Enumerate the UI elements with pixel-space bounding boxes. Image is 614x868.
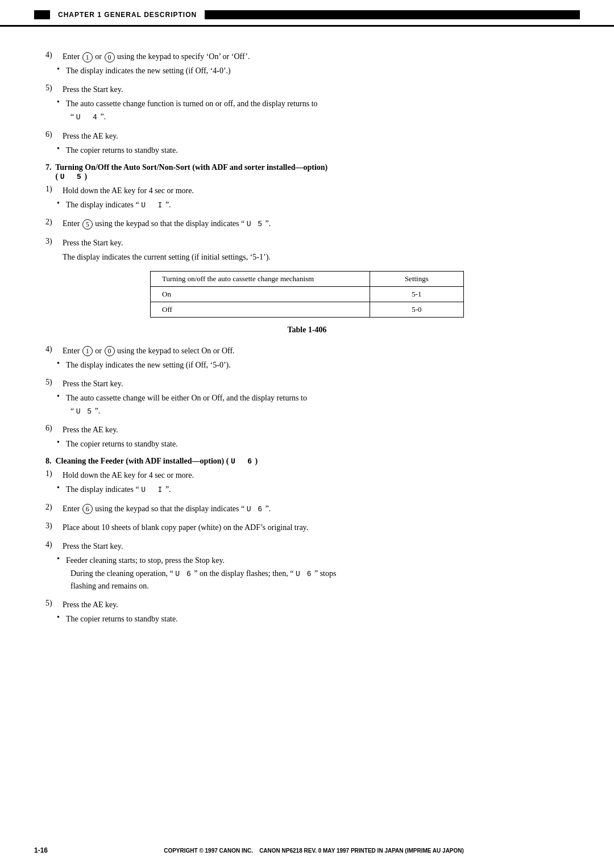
settings-table: Turning on/off the auto cassette change …	[150, 271, 464, 318]
step-4c-content: Press the Start key.	[63, 540, 569, 552]
step-1b: 1) Hold down the AE key for 4 sec or mor…	[45, 185, 569, 197]
step-4c-bullet1-text: Feeder cleaning starts; to stop, press t…	[66, 554, 569, 566]
step-3b: 3) Press the Start key.	[45, 237, 569, 249]
step-3b-desc: The display indicates the current settin…	[63, 251, 569, 263]
step-1c-content: Hold down the AE key for 4 sec or more.	[63, 469, 569, 481]
table-header-col1: Turning on/off the auto cassette change …	[151, 271, 370, 286]
step-5a: 5) Press the Start key.	[45, 84, 569, 95]
bullet-icon: •	[57, 554, 66, 566]
step-1c-bullet-text: The display indicates “ U I ”.	[66, 483, 569, 496]
table-header-col2: Settings	[370, 271, 463, 286]
circle-5: 5	[82, 219, 93, 229]
step-5a-bullet1: • The auto cassette change function is t…	[57, 98, 569, 110]
page: CHAPTER 1 GENERAL DESCRIPTION 4) Enter 1…	[0, 0, 614, 868]
step-5b-bullet1-text: The auto cassette change will be either …	[66, 392, 569, 404]
table-row: On 5-1	[151, 286, 464, 302]
bullet-icon: •	[57, 144, 66, 156]
step-4a-content: Enter 1 or 0 using the keypad to specify…	[63, 51, 569, 62]
table-cell-on-value: 5-1	[370, 286, 463, 302]
step-4b-content: Enter 1 or 0 using the keypad to select …	[63, 345, 569, 357]
step-2b: 2) Enter 5 using the keypad so that the …	[45, 218, 569, 230]
step-4c-bullet2-line1: During the cleaning operation, “ U 6 ” o…	[70, 569, 336, 578]
bullet-icon: •	[57, 438, 66, 450]
display-text: “ U 4 ”.	[70, 112, 106, 121]
section-8-heading-text: 8. Cleaning the Feeder (with ADF install…	[45, 457, 258, 465]
step-1b-bullet-text: The display indicates “ U I ”.	[66, 199, 569, 211]
section-7-heading-text: 7. Turning On/Off the Auto Sort/Non-Sort…	[45, 163, 327, 181]
chapter-title: CHAPTER 1 GENERAL DESCRIPTION	[58, 11, 197, 19]
step-1b-content: Hold down the AE key for 4 sec or more.	[63, 185, 569, 197]
step-1b-bullet: • The display indicates “ U I ”.	[57, 199, 569, 211]
step-3c-content: Place about 10 sheets of blank copy pape…	[63, 521, 569, 533]
step-6a-num: 6)	[45, 130, 63, 142]
table-cell-on-label: On	[151, 286, 370, 302]
step-5c: 5) Press the AE key.	[45, 599, 569, 611]
bullet-icon: •	[57, 65, 66, 77]
header-left-bar	[34, 10, 50, 19]
table-cell-off-value: 5-0	[370, 302, 463, 317]
step-6a-bullet: • The copier returns to standby state.	[57, 144, 569, 156]
step-5a-bullet1-text: The auto cassette change function is tur…	[66, 98, 569, 110]
step-4a: 4) Enter 1 or 0 using the keypad to spec…	[45, 51, 569, 62]
circle-0: 0	[105, 52, 115, 62]
step-4c-num: 4)	[45, 540, 63, 552]
step-4c-bullet2-line2: flashing and remains on.	[70, 582, 149, 590]
step-4c-bullet1: • Feeder cleaning starts; to stop, press…	[57, 554, 569, 566]
step-1c-num: 1)	[45, 469, 63, 481]
step-3b-desc-text: The display indicates the current settin…	[63, 253, 271, 261]
section-7-heading: 7. Turning On/Off the Auto Sort/Non-Sort…	[45, 163, 569, 181]
step-2c-content: Enter 6 using the keypad so that the dis…	[63, 503, 569, 515]
table-caption: Table 1-406	[45, 326, 569, 335]
step-5c-num: 5)	[45, 599, 63, 611]
step-1c: 1) Hold down the AE key for 4 sec or mor…	[45, 469, 569, 481]
step-4b-bullet-text: The display indicates the new setting (i…	[66, 359, 569, 371]
step-5b-display: “ U 5 ”.	[70, 405, 569, 418]
step-4c-bullet2: During the cleaning operation, “ U 6 ” o…	[70, 567, 569, 592]
bullet-icon: •	[57, 483, 66, 496]
step-4b-bullet: • The display indicates the new setting …	[57, 359, 569, 371]
section-8-heading: 8. Cleaning the Feeder (with ADF install…	[45, 457, 569, 466]
step-4c: 4) Press the Start key.	[45, 540, 569, 552]
bullet-icon: •	[57, 98, 66, 110]
step-5a-num: 5)	[45, 84, 63, 95]
step-5a-content: Press the Start key.	[63, 84, 569, 95]
step-2b-content: Enter 5 using the keypad so that the dis…	[63, 218, 569, 230]
step-6b-num: 6)	[45, 424, 63, 436]
step-3c-num: 3)	[45, 521, 63, 533]
step-2c-num: 2)	[45, 503, 63, 515]
header-right-bar	[205, 10, 580, 19]
circle-1: 1	[82, 52, 93, 62]
circle-1b: 1	[82, 346, 93, 356]
step-2b-num: 2)	[45, 218, 63, 230]
step-1b-num: 1)	[45, 185, 63, 197]
step-6b-content: Press the AE key.	[63, 424, 569, 436]
step-4a-num: 4)	[45, 51, 63, 62]
main-content: 4) Enter 1 or 0 using the keypad to spec…	[0, 27, 614, 671]
step-5a-display-code: “ U 4 ”.	[70, 111, 569, 123]
header-bar: CHAPTER 1 GENERAL DESCRIPTION	[0, 0, 614, 27]
step-3c: 3) Place about 10 sheets of blank copy p…	[45, 521, 569, 533]
circle-0b: 0	[105, 346, 115, 356]
step-5b: 5) Press the Start key.	[45, 378, 569, 390]
step-6b-bullet: • The copier returns to standby state.	[57, 438, 569, 450]
footer-copyright: COPYRIGHT © 1997 CANON INC. CANON NP6218…	[164, 848, 464, 854]
step-2c: 2) Enter 6 using the keypad so that the …	[45, 503, 569, 515]
step-5b-bullet1: • The auto cassette change will be eithe…	[57, 392, 569, 404]
table-row: Off 5-0	[151, 302, 464, 317]
step-5b-num: 5)	[45, 378, 63, 390]
bullet-icon: •	[57, 392, 66, 404]
step-4a-bullet: • The display indicates the new setting …	[57, 65, 569, 77]
step-5c-bullet-text: The copier returns to standby state.	[66, 613, 569, 625]
step-6b: 6) Press the AE key.	[45, 424, 569, 436]
step-6a-bullet-text: The copier returns to standby state.	[66, 144, 569, 156]
bullet-icon: •	[57, 199, 66, 211]
step-6a: 6) Press the AE key.	[45, 130, 569, 142]
step-4a-bullet-text: The display indicates the new setting (i…	[66, 65, 569, 77]
step-1c-bullet: • The display indicates “ U I ”.	[57, 483, 569, 496]
step-5b-content: Press the Start key.	[63, 378, 569, 390]
step-5c-content: Press the AE key.	[63, 599, 569, 611]
footer: 1-16 COPYRIGHT © 1997 CANON INC. CANON N…	[0, 846, 614, 854]
step-6a-content: Press the AE key.	[63, 130, 569, 142]
step-5c-bullet: • The copier returns to standby state.	[57, 613, 569, 625]
step-3b-num: 3)	[45, 237, 63, 249]
